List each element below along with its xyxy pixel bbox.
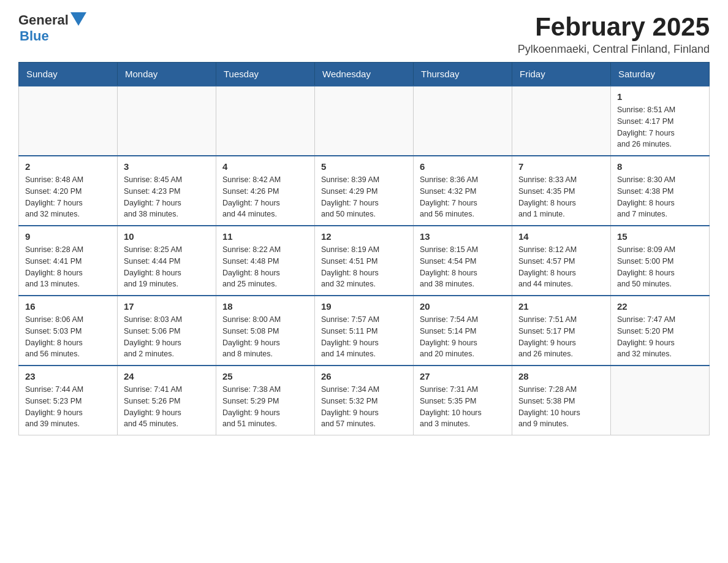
calendar-cell — [414, 86, 512, 156]
calendar-cell: 1Sunrise: 8:51 AM Sunset: 4:17 PM Daylig… — [611, 86, 710, 156]
calendar-cell: 5Sunrise: 8:39 AM Sunset: 4:29 PM Daylig… — [315, 156, 414, 226]
day-number: 18 — [222, 301, 308, 312]
day-info: Sunrise: 8:06 AM Sunset: 5:03 PM Dayligh… — [25, 314, 111, 360]
day-number: 7 — [518, 161, 604, 172]
calendar-week-1: 1Sunrise: 8:51 AM Sunset: 4:17 PM Daylig… — [19, 86, 710, 156]
calendar-cell: 6Sunrise: 8:36 AM Sunset: 4:32 PM Daylig… — [414, 156, 512, 226]
weekday-header-saturday: Saturday — [611, 63, 710, 86]
calendar-cell: 21Sunrise: 7:51 AM Sunset: 5:17 PM Dayli… — [512, 296, 611, 366]
calendar-cell: 11Sunrise: 8:22 AM Sunset: 4:48 PM Dayli… — [216, 226, 315, 296]
day-number: 9 — [25, 231, 111, 242]
day-info: Sunrise: 8:39 AM Sunset: 4:29 PM Dayligh… — [321, 174, 407, 220]
day-info: Sunrise: 7:47 AM Sunset: 5:20 PM Dayligh… — [617, 314, 703, 360]
day-number: 26 — [321, 371, 407, 381]
day-info: Sunrise: 7:41 AM Sunset: 5:26 PM Dayligh… — [124, 384, 210, 430]
calendar-cell: 26Sunrise: 7:34 AM Sunset: 5:32 PM Dayli… — [315, 366, 414, 435]
calendar-week-3: 9Sunrise: 8:28 AM Sunset: 4:41 PM Daylig… — [19, 226, 710, 296]
day-info: Sunrise: 7:57 AM Sunset: 5:11 PM Dayligh… — [321, 314, 407, 360]
day-number: 17 — [124, 301, 210, 312]
day-number: 13 — [420, 231, 506, 242]
calendar-header-row: SundayMondayTuesdayWednesdayThursdayFrid… — [19, 63, 710, 86]
calendar-cell — [216, 86, 315, 156]
calendar-cell — [315, 86, 414, 156]
weekday-header-thursday: Thursday — [414, 63, 512, 86]
day-number: 4 — [222, 161, 308, 172]
day-info: Sunrise: 8:12 AM Sunset: 4:57 PM Dayligh… — [518, 244, 604, 290]
calendar-cell: 20Sunrise: 7:54 AM Sunset: 5:14 PM Dayli… — [414, 296, 512, 366]
day-info: Sunrise: 8:19 AM Sunset: 4:51 PM Dayligh… — [321, 244, 407, 290]
month-title: February 2025 — [518, 12, 710, 42]
day-info: Sunrise: 8:51 AM Sunset: 4:17 PM Dayligh… — [617, 104, 703, 150]
logo-blue-text: Blue — [20, 28, 49, 44]
calendar-cell: 12Sunrise: 8:19 AM Sunset: 4:51 PM Dayli… — [315, 226, 414, 296]
weekday-header-wednesday: Wednesday — [315, 63, 414, 86]
day-number: 20 — [420, 301, 506, 312]
weekday-header-tuesday: Tuesday — [216, 63, 315, 86]
day-number: 12 — [321, 231, 407, 242]
day-info: Sunrise: 8:48 AM Sunset: 4:20 PM Dayligh… — [25, 174, 111, 220]
calendar-cell: 25Sunrise: 7:38 AM Sunset: 5:29 PM Dayli… — [216, 366, 315, 435]
day-number: 23 — [25, 371, 111, 381]
day-number: 22 — [617, 301, 703, 312]
calendar-cell — [118, 86, 216, 156]
day-number: 6 — [420, 161, 506, 172]
calendar-cell: 8Sunrise: 8:30 AM Sunset: 4:38 PM Daylig… — [611, 156, 710, 226]
day-info: Sunrise: 8:09 AM Sunset: 5:00 PM Dayligh… — [617, 244, 703, 290]
day-info: Sunrise: 8:25 AM Sunset: 4:44 PM Dayligh… — [124, 244, 210, 290]
day-number: 10 — [124, 231, 210, 242]
day-info: Sunrise: 7:54 AM Sunset: 5:14 PM Dayligh… — [420, 314, 506, 360]
calendar-cell: 4Sunrise: 8:42 AM Sunset: 4:26 PM Daylig… — [216, 156, 315, 226]
calendar-cell: 13Sunrise: 8:15 AM Sunset: 4:54 PM Dayli… — [414, 226, 512, 296]
day-info: Sunrise: 8:00 AM Sunset: 5:08 PM Dayligh… — [222, 314, 308, 360]
day-info: Sunrise: 7:31 AM Sunset: 5:35 PM Dayligh… — [420, 384, 506, 430]
day-info: Sunrise: 7:28 AM Sunset: 5:38 PM Dayligh… — [518, 384, 604, 430]
day-number: 2 — [25, 161, 111, 172]
day-number: 21 — [518, 301, 604, 312]
day-number: 11 — [222, 231, 308, 242]
day-info: Sunrise: 7:38 AM Sunset: 5:29 PM Dayligh… — [222, 384, 308, 430]
calendar-cell: 19Sunrise: 7:57 AM Sunset: 5:11 PM Dayli… — [315, 296, 414, 366]
day-info: Sunrise: 8:15 AM Sunset: 4:54 PM Dayligh… — [420, 244, 506, 290]
calendar-cell — [611, 366, 710, 435]
calendar-week-2: 2Sunrise: 8:48 AM Sunset: 4:20 PM Daylig… — [19, 156, 710, 226]
day-info: Sunrise: 8:33 AM Sunset: 4:35 PM Dayligh… — [518, 174, 604, 220]
day-number: 1 — [617, 91, 703, 102]
day-number: 27 — [420, 371, 506, 381]
calendar-cell: 24Sunrise: 7:41 AM Sunset: 5:26 PM Dayli… — [118, 366, 216, 435]
calendar-week-4: 16Sunrise: 8:06 AM Sunset: 5:03 PM Dayli… — [19, 296, 710, 366]
calendar-cell: 10Sunrise: 8:25 AM Sunset: 4:44 PM Dayli… — [118, 226, 216, 296]
calendar-cell: 18Sunrise: 8:00 AM Sunset: 5:08 PM Dayli… — [216, 296, 315, 366]
day-number: 16 — [25, 301, 111, 312]
calendar-cell: 2Sunrise: 8:48 AM Sunset: 4:20 PM Daylig… — [19, 156, 118, 226]
calendar-cell: 15Sunrise: 8:09 AM Sunset: 5:00 PM Dayli… — [611, 226, 710, 296]
weekday-header-friday: Friday — [512, 63, 611, 86]
calendar-cell: 3Sunrise: 8:45 AM Sunset: 4:23 PM Daylig… — [118, 156, 216, 226]
calendar-cell: 27Sunrise: 7:31 AM Sunset: 5:35 PM Dayli… — [414, 366, 512, 435]
logo-triangle-icon — [70, 12, 86, 26]
day-number: 24 — [124, 371, 210, 381]
weekday-header-monday: Monday — [118, 63, 216, 86]
calendar-cell: 28Sunrise: 7:28 AM Sunset: 5:38 PM Dayli… — [512, 366, 611, 435]
day-info: Sunrise: 8:03 AM Sunset: 5:06 PM Dayligh… — [124, 314, 210, 360]
day-info: Sunrise: 8:28 AM Sunset: 4:41 PM Dayligh… — [25, 244, 111, 290]
calendar-cell: 17Sunrise: 8:03 AM Sunset: 5:06 PM Dayli… — [118, 296, 216, 366]
calendar-cell: 16Sunrise: 8:06 AM Sunset: 5:03 PM Dayli… — [19, 296, 118, 366]
logo-general-text: General — [18, 12, 69, 28]
location-subtitle: Pylkoenmaeki, Central Finland, Finland — [518, 43, 710, 56]
day-number: 28 — [518, 371, 604, 381]
day-info: Sunrise: 7:51 AM Sunset: 5:17 PM Dayligh… — [518, 314, 604, 360]
day-number: 25 — [222, 371, 308, 381]
day-info: Sunrise: 8:36 AM Sunset: 4:32 PM Dayligh… — [420, 174, 506, 220]
weekday-header-sunday: Sunday — [19, 63, 118, 86]
day-number: 5 — [321, 161, 407, 172]
title-section: February 2025 Pylkoenmaeki, Central Finl… — [518, 12, 710, 56]
page-header: General Blue February 2025 Pylkoenmaeki,… — [18, 12, 710, 56]
day-number: 3 — [124, 161, 210, 172]
day-info: Sunrise: 8:42 AM Sunset: 4:26 PM Dayligh… — [222, 174, 308, 220]
day-number: 8 — [617, 161, 703, 172]
calendar-week-5: 23Sunrise: 7:44 AM Sunset: 5:23 PM Dayli… — [19, 366, 710, 435]
day-info: Sunrise: 8:22 AM Sunset: 4:48 PM Dayligh… — [222, 244, 308, 290]
calendar-cell: 22Sunrise: 7:47 AM Sunset: 5:20 PM Dayli… — [611, 296, 710, 366]
day-info: Sunrise: 8:45 AM Sunset: 4:23 PM Dayligh… — [124, 174, 210, 220]
logo: General Blue — [18, 12, 86, 44]
